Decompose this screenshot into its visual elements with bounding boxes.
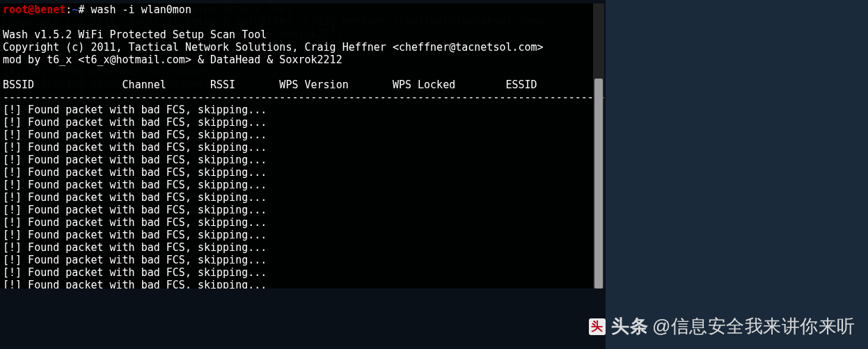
prompt-user: root@benet <box>3 3 65 16</box>
watermark-brand: 头条 <box>611 320 648 332</box>
prompt-sep: : <box>65 3 72 16</box>
skip-lines-block: [!] Found packet with bad FCS, skipping.… <box>3 104 267 289</box>
separator-line: ----------------------------------------… <box>3 91 604 104</box>
banner-line: Wash v1.5.2 WiFi Protected Setup Scan To… <box>3 29 267 41</box>
terminal-window[interactable]: root@benet:~# wash -i wlan0mon Wash v1.5… <box>0 3 604 289</box>
banner-line: mod by t6_x <t6_x@hotmail.com> & DataHea… <box>3 54 342 66</box>
prompt-hash: # <box>78 3 90 16</box>
watermark: 头 头条 @信息安全我来讲你来听 <box>589 318 855 334</box>
prompt-command: wash -i wlan0mon <box>90 3 191 16</box>
terminal-scrollbar[interactable] <box>593 3 604 289</box>
scrollbar-thumb[interactable] <box>594 79 603 289</box>
watermark-handle: @信息安全我来讲你来听 <box>652 320 855 332</box>
columns-header: BSSID Channel RSSI WPS Version WPS Locke… <box>3 79 537 91</box>
banner-line: Copyright (c) 2011, Tactical Network Sol… <box>3 41 544 54</box>
prompt-line[interactable]: root@benet:~# wash -i wlan0mon <box>3 3 191 16</box>
toutiao-logo-icon: 头 <box>589 318 606 335</box>
